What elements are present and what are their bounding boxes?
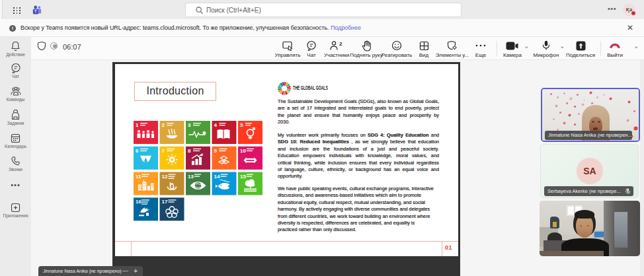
- svg-text:9: 9: [214, 148, 218, 154]
- svg-text:15: 15: [240, 174, 246, 180]
- svg-text:3: 3: [188, 122, 191, 128]
- svg-text:14: 14: [214, 174, 220, 180]
- svg-text:11: 11: [136, 174, 141, 180]
- svg-text:2: 2: [339, 41, 342, 47]
- svg-text:13: 13: [188, 174, 194, 180]
- svg-text:16: 16: [136, 199, 141, 205]
- svg-text:4: 4: [214, 122, 218, 128]
- svg-text:5: 5: [240, 122, 243, 128]
- svg-text:6: 6: [136, 148, 139, 154]
- svg-text:T: T: [34, 9, 37, 13]
- svg-text:1: 1: [136, 122, 139, 128]
- svg-text:8: 8: [188, 148, 191, 154]
- svg-text:2: 2: [162, 122, 165, 128]
- svg-text:17: 17: [162, 199, 168, 205]
- svg-text:12: 12: [162, 174, 168, 180]
- svg-text:10: 10: [240, 148, 246, 154]
- svg-text:7: 7: [162, 148, 165, 154]
